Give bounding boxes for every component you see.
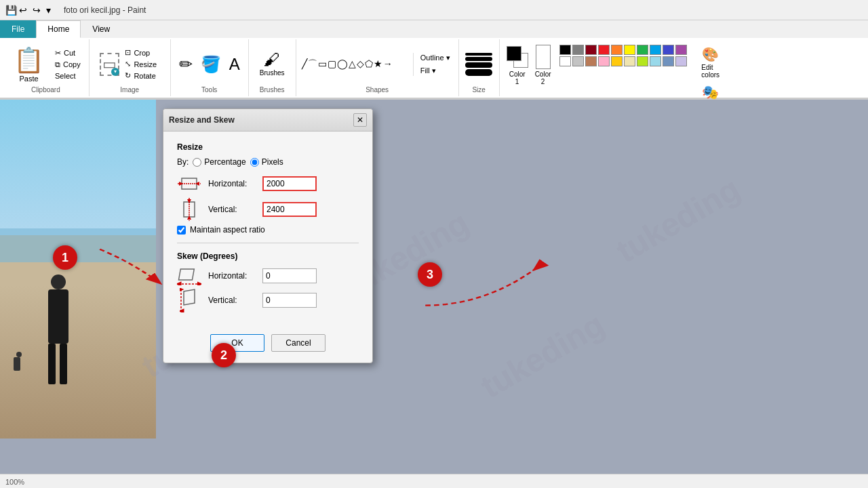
dialog-footer: OK Cancel	[163, 326, 372, 363]
pencil-button[interactable]: ✏	[176, 55, 195, 74]
paint3d-icon: 🎭	[702, 84, 719, 100]
color-swatch[interactable]	[585, 45, 597, 55]
color-swatch[interactable]	[559, 45, 571, 55]
crop-button[interactable]: ⊡ Crop	[122, 47, 159, 58]
color1-swatch[interactable]	[507, 46, 521, 61]
svg-rect-15	[184, 289, 195, 305]
resize-button[interactable]: ⤡ Resize	[122, 59, 159, 69]
size-4[interactable]	[465, 69, 492, 76]
color-swatch[interactable]	[624, 45, 635, 55]
shape-star[interactable]: ★	[374, 58, 382, 70]
divider	[177, 243, 359, 243]
size-2[interactable]	[465, 57, 492, 61]
cut-button[interactable]: ✂ Cut	[52, 48, 83, 58]
save-icon[interactable]: 💾	[5, 5, 16, 16]
skew-horizontal-input[interactable]	[262, 268, 317, 283]
shapes-label: Shapes	[366, 86, 389, 94]
rotate-button[interactable]: ↻ Rotate	[122, 70, 159, 81]
ground	[0, 286, 156, 439]
title-bar-icons[interactable]: 💾 ↩ ↪ ▾	[5, 5, 57, 16]
copy-button[interactable]: ⧉ Copy	[52, 60, 83, 70]
color-swatch[interactable]	[611, 45, 623, 55]
color-swatch[interactable]	[598, 56, 610, 66]
text-button[interactable]: A	[226, 55, 243, 74]
outline-button[interactable]: Outline ▾	[418, 53, 453, 63]
tab-home[interactable]: Home	[36, 20, 81, 38]
undo-icon[interactable]: ↩	[19, 5, 30, 16]
color-swatch[interactable]	[572, 56, 584, 66]
pencil-icon: ✏	[179, 56, 193, 73]
size-1[interactable]	[465, 53, 492, 56]
shape-curve[interactable]: ⌒	[308, 58, 317, 70]
color-swatch[interactable]	[559, 56, 571, 66]
edit-colors-button[interactable]: 🎨 Editcolors	[698, 45, 722, 80]
size-content	[465, 42, 492, 86]
clipboard-group: 📋 Paste ✂ Cut ⧉ Copy Select	[3, 39, 90, 96]
tab-file[interactable]: File	[0, 20, 36, 38]
brushes-button[interactable]: 🖌 Brushes	[257, 50, 288, 78]
color-swatch[interactable]	[611, 56, 623, 66]
crop-icon: ⊡	[125, 48, 131, 57]
by-label: By:	[177, 157, 189, 167]
person	[41, 274, 68, 384]
fill-shape-button[interactable]: Fill ▾	[418, 66, 453, 76]
color-swatch[interactable]	[637, 56, 648, 66]
dialog-body: Resize By: Percentage Pixels	[163, 131, 372, 326]
resize-by-row: By: Percentage Pixels	[177, 157, 359, 167]
color-swatch[interactable]	[663, 56, 674, 66]
color-swatch[interactable]	[637, 45, 648, 55]
color-swatch[interactable]	[650, 45, 661, 55]
color-swatch[interactable]	[585, 56, 597, 66]
dialog-close-button[interactable]: ✕	[353, 113, 367, 127]
maintain-aspect-checkbox[interactable]	[177, 226, 186, 235]
ribbon-tabs: File Home View	[0, 20, 868, 38]
pixels-label: Pixels	[262, 157, 283, 167]
size-3[interactable]	[465, 62, 492, 68]
shape-line[interactable]: ╱	[302, 58, 307, 70]
color-swatch[interactable]	[650, 56, 661, 66]
color-swatch[interactable]	[624, 56, 635, 66]
pixels-radio[interactable]	[250, 158, 259, 167]
percentage-radio[interactable]	[193, 158, 201, 167]
brushes-content: 🖌 Brushes	[257, 42, 288, 86]
skew-vertical-input[interactable]	[262, 293, 317, 308]
status-zoom: 100%	[5, 478, 24, 486]
color2-label: Color2	[535, 70, 551, 85]
color-swatch[interactable]	[598, 45, 610, 55]
shape-diamond[interactable]: ◇	[357, 58, 364, 70]
tab-view[interactable]: View	[81, 20, 121, 38]
percentage-option[interactable]: Percentage	[193, 157, 245, 167]
copy-icon: ⧉	[55, 60, 60, 69]
shape-arrow[interactable]: →	[383, 58, 393, 70]
tools-content: ✏ 🪣 A	[176, 42, 243, 86]
dropdown-icon[interactable]: ▾	[46, 5, 57, 16]
shape-ellipse[interactable]: ◯	[337, 58, 348, 70]
vertical-resize-input[interactable]	[262, 202, 317, 217]
pixels-option[interactable]: Pixels	[250, 157, 283, 167]
color-swatch[interactable]	[675, 45, 687, 55]
color-swatch[interactable]	[675, 56, 687, 66]
color-row-2	[559, 56, 687, 66]
color-swatch[interactable]	[572, 45, 584, 55]
image-group: ▭ ▾ ⊡ Crop ⤡ Resize ↻ Rotate	[90, 39, 171, 96]
brushes-icon: 🖌	[264, 52, 280, 68]
select-button[interactable]: Select	[52, 71, 83, 81]
paste-button[interactable]: 📋 Paste	[8, 43, 50, 85]
color2-preview[interactable]	[536, 45, 551, 69]
horizontal-resize-input[interactable]	[262, 176, 317, 191]
cancel-button[interactable]: Cancel	[271, 334, 326, 352]
water	[0, 228, 156, 262]
dialog-title-bar: Resize and Skew ✕	[163, 109, 372, 131]
shape-round-rect[interactable]: ▢	[328, 58, 336, 70]
shape-rect[interactable]: ▭	[318, 58, 327, 70]
redo-icon[interactable]: ↪	[33, 5, 43, 16]
clipboard-content: 📋 Paste ✂ Cut ⧉ Copy Select	[8, 42, 83, 86]
shape-triangle[interactable]: △	[349, 58, 356, 70]
fill-button[interactable]: 🪣	[198, 55, 224, 74]
shape-pentagon[interactable]: ⬠	[365, 58, 373, 70]
skew-vertical-label: Vertical:	[208, 296, 256, 305]
tools-label: Tools	[201, 86, 217, 94]
watermark-3: tukeding	[475, 306, 611, 406]
color-swatch[interactable]	[663, 45, 674, 55]
canvas-image	[0, 100, 156, 439]
